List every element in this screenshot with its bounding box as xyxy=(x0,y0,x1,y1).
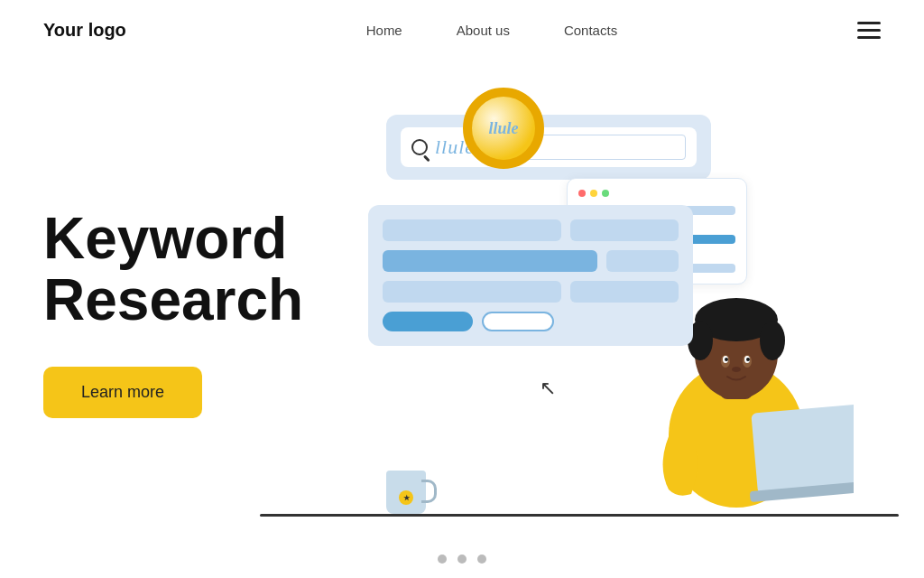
nav-home[interactable]: Home xyxy=(366,23,402,38)
magnifying-glass: llule xyxy=(463,88,544,169)
magnifier: llule xyxy=(463,88,544,169)
result-block xyxy=(570,219,679,241)
result-block xyxy=(383,281,561,303)
result-block xyxy=(606,250,679,272)
nav-contacts[interactable]: Contacts xyxy=(564,23,617,38)
mag-text: llule xyxy=(488,119,518,138)
svg-point-5 xyxy=(760,321,785,360)
result-row-3 xyxy=(383,281,679,303)
result-button xyxy=(383,312,473,331)
svg-point-11 xyxy=(746,358,750,361)
result-block xyxy=(570,281,679,303)
pagination xyxy=(438,555,486,564)
results-panel xyxy=(368,205,693,346)
result-row-1 xyxy=(383,219,679,241)
learn-more-button[interactable]: Learn more xyxy=(43,367,202,418)
pagination-dot-2[interactable] xyxy=(457,555,467,564)
pagination-dot-3[interactable] xyxy=(477,555,486,564)
hero-left: Keyword Research Learn more xyxy=(43,209,332,417)
nav-about[interactable]: About us xyxy=(457,23,510,38)
dot-red xyxy=(578,190,586,197)
hamburger-menu[interactable] xyxy=(857,22,881,39)
result-block xyxy=(383,250,597,272)
search-bar: llule xyxy=(401,127,697,167)
dot-green xyxy=(602,190,609,197)
logo: Your logo xyxy=(43,20,126,41)
search-panel: llule xyxy=(386,115,711,180)
hamburger-line-3 xyxy=(857,36,881,39)
result-row-2 xyxy=(383,250,679,272)
hero-title: Keyword Research xyxy=(43,209,332,330)
result-button-outline xyxy=(482,312,554,331)
mug-badge: ★ xyxy=(399,490,413,505)
cursor-icon: ↖ xyxy=(540,377,556,400)
result-block xyxy=(383,219,561,241)
coffee-mug: ★ xyxy=(386,471,426,514)
svg-rect-14 xyxy=(751,404,854,495)
search-icon xyxy=(411,139,428,155)
result-row-4 xyxy=(383,312,679,331)
desk-surface xyxy=(260,514,899,517)
main-nav: Home About us Contacts xyxy=(366,23,617,38)
hamburger-line-1 xyxy=(857,22,881,24)
dot-yellow xyxy=(590,190,597,197)
svg-point-10 xyxy=(725,358,728,361)
svg-point-12 xyxy=(732,367,741,372)
pagination-dot-1[interactable] xyxy=(438,555,447,564)
hamburger-line-2 xyxy=(857,29,881,32)
browser-dots xyxy=(578,190,735,197)
hero-illustration: llule llule xyxy=(332,61,881,566)
